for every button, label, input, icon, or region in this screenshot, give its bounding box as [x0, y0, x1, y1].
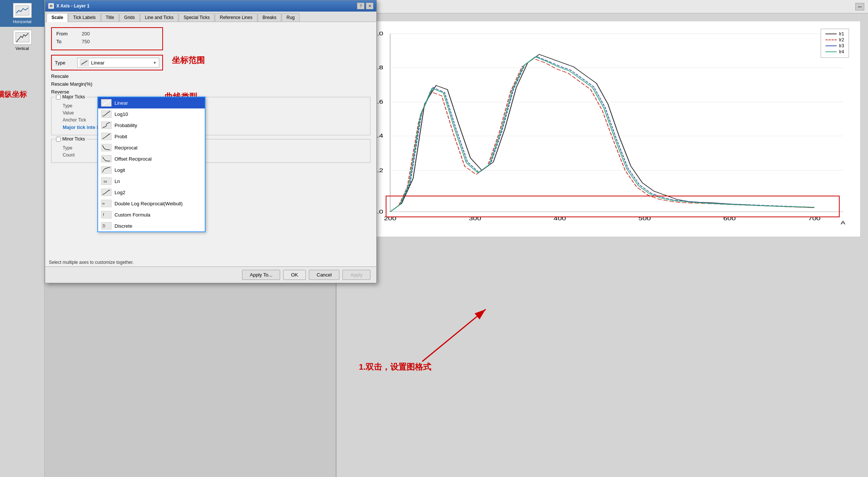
type-row: Type Linear ▼ — [51, 55, 163, 70]
legend-item-ir1: Ir1 — [825, 31, 844, 37]
major-ticks-title: Major Ticks — [54, 94, 87, 99]
svg-text:D: D — [103, 224, 105, 228]
dropdown-item-linear[interactable]: Linear — [98, 97, 205, 108]
dialog-title: X Axis - Layer 1 — [48, 3, 90, 9]
linear-icon — [101, 99, 112, 107]
tab-line-ticks[interactable]: Line and Ticks — [140, 13, 179, 22]
horizontal-icon — [13, 3, 32, 18]
annotation-arrow-svg — [411, 294, 523, 369]
dropdown-item-ln[interactable]: 1e Ln — [98, 176, 205, 187]
svg-text:600: 600 — [723, 215, 736, 221]
svg-text:W: W — [102, 202, 105, 205]
probit-icon — [101, 133, 112, 140]
type-icon — [80, 59, 89, 66]
status-bar: Select multiple axes to customize togeth… — [45, 258, 376, 266]
tab-tick-labels[interactable]: Tick Labels — [68, 13, 100, 22]
reciprocal-icon — [101, 144, 112, 151]
sidebar-item-horizontal[interactable]: Horizontal — [0, 0, 44, 27]
svg-text:700: 700 — [808, 215, 821, 221]
graph-title-bar: Graph1 ─ — [336, 0, 868, 13]
legend-line-ir2 — [825, 40, 837, 40]
dropdown-item-reciprocal[interactable]: Reciprocal — [98, 142, 205, 153]
tab-rug[interactable]: Rug — [282, 13, 300, 22]
tab-title[interactable]: Title — [101, 13, 119, 22]
tab-scale[interactable]: Scale — [47, 13, 68, 22]
axis-dialog: X Axis - Layer 1 ? ✕ Scale Tick Labels T… — [45, 0, 377, 283]
tab-reference-lines[interactable]: Reference Lines — [215, 13, 257, 22]
tab-breaks[interactable]: Breaks — [258, 13, 281, 22]
tab-special-ticks[interactable]: Special Ticks — [179, 13, 214, 22]
legend-label-ir4: Ir4 — [839, 49, 844, 54]
rescale-margin-label: Rescale Margin(%) — [51, 81, 103, 87]
legend-item-ir4: Ir4 — [825, 49, 844, 54]
tab-grids[interactable]: Grids — [119, 13, 140, 22]
ln-icon: 1e — [101, 177, 112, 185]
legend-line-ir4 — [825, 51, 837, 52]
sidebar-item-vertical[interactable]: Vertical — [0, 27, 44, 54]
custom-icon: f — [101, 211, 112, 218]
dropdown-item-double-log[interactable]: W Double Log Reciprocal(Weibull) — [98, 198, 205, 209]
reverse-label: Reverse — [51, 89, 103, 95]
legend-label-ir2: Ir2 — [839, 37, 844, 42]
graph-area: Graph1 ─ Normalize 1.0 0.8 0.6 0.4 0.2 0… — [336, 0, 868, 477]
rescale-margin-row: Rescale Margin(%) — [51, 81, 370, 87]
dropdown-item-probability[interactable]: Probability — [98, 120, 205, 131]
dialog-titlebar: X Axis - Layer 1 ? ✕ — [45, 0, 376, 12]
from-row: From 200 — [56, 31, 158, 37]
dropdown-arrow-icon: ▼ — [153, 61, 157, 65]
major-value-label: Value — [63, 110, 100, 116]
minor-type-label: Type — [63, 145, 100, 151]
annotation-hv: 横纵坐标 — [0, 89, 27, 99]
legend-line-ir3 — [825, 45, 837, 46]
discrete-icon: D — [101, 222, 112, 230]
svg-line-7 — [103, 101, 110, 105]
double-log-icon: W — [101, 200, 112, 207]
dropdown-item-discrete[interactable]: D Discrete — [98, 220, 205, 231]
logit-icon — [101, 166, 112, 174]
log2-icon — [101, 189, 112, 196]
legend-label-ir3: Ir3 — [839, 43, 844, 48]
dialog-close-btn[interactable]: ✕ — [366, 3, 373, 9]
dialog-icon — [48, 3, 54, 9]
legend-line-ir1 — [825, 34, 837, 34]
tabs-bar: Scale Tick Labels Title Grids Line and T… — [45, 12, 376, 22]
minor-count-label: Count — [63, 152, 100, 158]
to-row: To 750 — [56, 39, 158, 44]
probability-icon — [101, 121, 112, 129]
svg-line-6 — [81, 61, 87, 64]
to-value[interactable]: 750 — [82, 39, 90, 44]
status-text: Select multiple axes to customize togeth… — [49, 260, 134, 265]
offset-reciprocal-icon — [101, 155, 112, 162]
cancel-button[interactable]: Cancel — [309, 270, 339, 280]
type-dropdown[interactable]: Linear ▼ — [77, 58, 159, 67]
legend-label-ir1: Ir1 — [839, 31, 844, 37]
graph-canvas: Normalize 1.0 0.8 0.6 0.4 0.2 0.0 200 30… — [344, 21, 861, 237]
ok-button[interactable]: OK — [283, 270, 306, 280]
major-anchor-label: Anchor Tick — [63, 117, 100, 123]
log10-icon — [101, 110, 112, 118]
graph-minimize-btn[interactable]: ─ — [855, 3, 864, 10]
chart-svg: 1.0 0.8 0.6 0.4 0.2 0.0 200 300 400 500 … — [344, 21, 860, 237]
type-value: Linear — [91, 60, 104, 66]
svg-text:1e: 1e — [103, 180, 107, 183]
dropdown-item-log2[interactable]: Log2 — [98, 187, 205, 198]
annotation-coord-range: 坐标范围 — [172, 55, 205, 66]
apply-button[interactable]: Apply — [342, 270, 370, 280]
svg-text:f: f — [103, 213, 104, 217]
apply-to-button[interactable]: Apply To... — [242, 270, 280, 280]
dropdown-item-custom[interactable]: f Custom Formula — [98, 209, 205, 220]
dropdown-item-log10[interactable]: Log10 — [98, 108, 205, 120]
left-sidebar: Horizontal Vertical 横纵坐标 — [0, 0, 45, 477]
scale-range-box: From 200 To 750 — [51, 27, 163, 50]
dropdown-item-logit[interactable]: Logit — [98, 164, 205, 176]
dialog-help-btn[interactable]: ? — [357, 3, 364, 9]
major-ticks-checkbox[interactable] — [56, 95, 61, 99]
dropdown-item-probit[interactable]: Probit — [98, 131, 205, 142]
vertical-icon — [13, 30, 32, 45]
svg-text:500: 500 — [639, 215, 651, 221]
to-label: To — [56, 39, 79, 44]
dropdown-item-offset-reciprocal[interactable]: Offset Reciprocal — [98, 153, 205, 164]
from-value[interactable]: 200 — [82, 31, 90, 37]
bottom-bar: Apply To... OK Cancel Apply — [45, 266, 376, 283]
minor-ticks-checkbox[interactable] — [56, 137, 61, 142]
